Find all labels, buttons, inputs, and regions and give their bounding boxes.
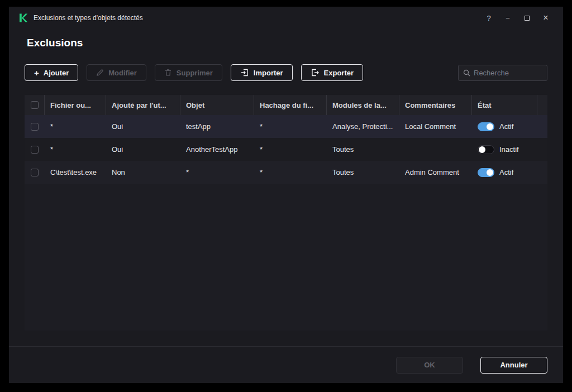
- delete-button[interactable]: Supprimer: [155, 64, 222, 81]
- help-button[interactable]: ?: [479, 10, 498, 26]
- state-label: Actif: [499, 168, 513, 176]
- toggle-knob: [487, 169, 493, 176]
- main-content: Exclusions + Ajouter Modifier Supprimer: [9, 29, 563, 346]
- state-toggle[interactable]: [478, 145, 494, 154]
- column-header-object[interactable]: Objet: [180, 95, 254, 115]
- maximize-button[interactable]: [517, 10, 536, 26]
- trash-icon: [164, 69, 172, 77]
- table-row[interactable]: C\test\test.exe Non * * Toutes Admin Com…: [25, 161, 547, 184]
- cell-file: C\test\test.exe: [45, 168, 106, 176]
- row-checkbox[interactable]: [31, 169, 39, 176]
- cell-comment: Admin Comment: [399, 168, 472, 176]
- maximize-icon: [525, 16, 530, 21]
- import-button-label: Importer: [254, 69, 283, 77]
- delete-button-label: Supprimer: [177, 69, 213, 77]
- cell-file: *: [45, 145, 106, 154]
- row-checkbox[interactable]: [31, 146, 39, 154]
- search-input[interactable]: [474, 69, 542, 77]
- cell-modules: Analyse, Protecti...: [327, 122, 399, 131]
- import-icon: [240, 68, 249, 77]
- edit-button[interactable]: Modifier: [87, 64, 146, 81]
- column-header-file[interactable]: Fichier ou...: [45, 95, 106, 115]
- row-checkbox[interactable]: [31, 123, 39, 131]
- column-header-modules[interactable]: Modules de la...: [327, 95, 399, 115]
- exclusions-window: Exclusions et types d'objets détectés ? …: [9, 7, 563, 383]
- column-header-hash[interactable]: Hachage du fi...: [254, 95, 327, 115]
- column-header-comments[interactable]: Commentaires: [399, 95, 472, 115]
- table-row[interactable]: * Oui AnotherTestApp * Toutes Inactif: [25, 138, 547, 161]
- edit-button-label: Modifier: [108, 69, 137, 77]
- select-all-checkbox[interactable]: [31, 101, 39, 109]
- export-icon: [311, 68, 320, 77]
- window-title: Exclusions et types d'objets détectés: [34, 14, 143, 22]
- export-button[interactable]: Exporter: [301, 64, 363, 81]
- column-header-state[interactable]: État: [472, 95, 537, 115]
- cell-modules: Toutes: [327, 145, 399, 154]
- toolbar: + Ajouter Modifier Supprimer: [25, 64, 547, 81]
- cell-hash: *: [254, 145, 327, 154]
- cell-added-by-user: Non: [106, 168, 180, 176]
- cell-hash: *: [254, 168, 327, 176]
- cell-file: *: [45, 122, 106, 131]
- pencil-icon: [96, 69, 104, 77]
- add-button[interactable]: + Ajouter: [25, 64, 78, 81]
- export-button-label: Exporter: [324, 69, 354, 77]
- state-toggle[interactable]: [478, 168, 494, 177]
- add-button-label: Ajouter: [44, 69, 69, 77]
- cell-object: AnotherTestApp: [180, 145, 254, 154]
- close-button[interactable]: ×: [536, 10, 555, 26]
- column-header-added-by-user[interactable]: Ajouté par l'ut...: [106, 95, 180, 115]
- table-header-row: Fichier ou... Ajouté par l'ut... Objet H…: [25, 95, 547, 115]
- exclusions-table: Fichier ou... Ajouté par l'ut... Objet H…: [25, 95, 547, 331]
- ok-button[interactable]: OK: [396, 357, 463, 374]
- import-button[interactable]: Importer: [231, 64, 293, 81]
- state-toggle[interactable]: [478, 122, 494, 131]
- cell-added-by-user: Oui: [106, 122, 180, 131]
- column-header-spacer: [537, 95, 549, 115]
- search-box: [458, 65, 547, 81]
- cell-hash: *: [254, 122, 327, 131]
- toggle-knob: [479, 146, 485, 153]
- toggle-knob: [487, 123, 493, 130]
- footer: OK Annuler: [9, 346, 563, 383]
- state-label: Inactif: [499, 145, 519, 154]
- state-label: Actif: [499, 122, 513, 131]
- minimize-button[interactable]: −: [498, 10, 517, 26]
- cell-comment: Local Comment: [399, 122, 472, 131]
- title-bar: Exclusions et types d'objets détectés ? …: [9, 7, 563, 29]
- kaspersky-logo-icon: [18, 13, 28, 23]
- cell-added-by-user: Oui: [106, 145, 180, 154]
- table-row[interactable]: * Oui testApp * Analyse, Protecti... Loc…: [25, 115, 547, 138]
- cell-object: testApp: [180, 122, 254, 131]
- cell-object: *: [180, 168, 254, 176]
- plus-icon: +: [34, 69, 39, 77]
- cancel-button[interactable]: Annuler: [480, 357, 547, 374]
- cell-modules: Toutes: [327, 168, 399, 176]
- page-title: Exclusions: [27, 37, 547, 49]
- search-icon: [463, 69, 470, 77]
